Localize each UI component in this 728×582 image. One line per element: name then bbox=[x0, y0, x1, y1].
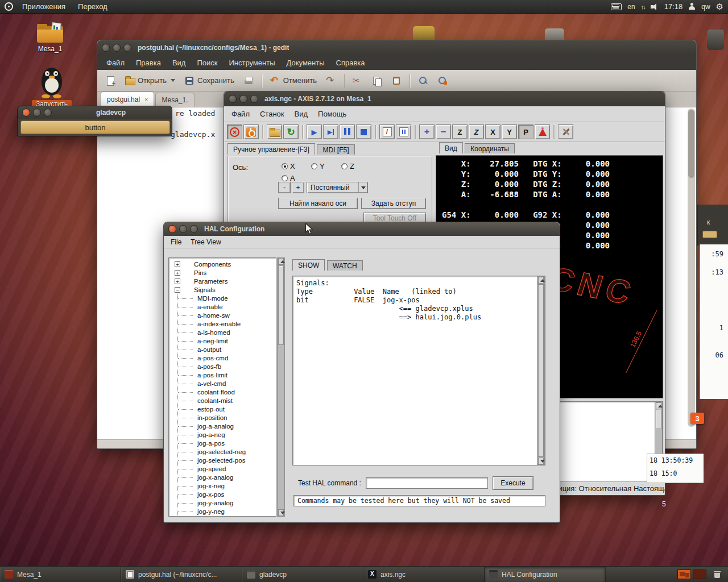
zoom-in-button[interactable] bbox=[419, 124, 435, 139]
scrollbar-thumb[interactable] bbox=[688, 110, 694, 178]
gladevcp-button[interactable]: button bbox=[20, 120, 170, 134]
taskbar-item[interactable]: axis.ngc bbox=[363, 567, 485, 582]
axis-titlebar[interactable]: axis.ngc - AXIS 2.7.12 on Mesa_1 bbox=[224, 92, 665, 106]
run-button[interactable] bbox=[307, 124, 322, 139]
open-button[interactable]: Открыть bbox=[121, 73, 179, 88]
tab-mdi[interactable]: MDI [F5] bbox=[317, 144, 354, 155]
menu-item[interactable]: Инструменты bbox=[223, 56, 280, 69]
tree-scrollbar[interactable] bbox=[277, 257, 285, 517]
background-terminal-timestamps[interactable]: 18 13:50:39 18 15:0 bbox=[647, 454, 704, 483]
keyboard-layout-label[interactable]: en bbox=[627, 3, 635, 11]
expand-icon[interactable]: + bbox=[175, 261, 180, 267]
tree-node-signal[interactable]: a-is-homed bbox=[178, 329, 276, 337]
tree-node-signal[interactable]: a-enable bbox=[178, 303, 276, 311]
tab-dro[interactable]: Координаты bbox=[465, 143, 515, 153]
menu-item[interactable]: Файл bbox=[226, 107, 255, 121]
tree-node-signals[interactable]: −Signals bbox=[171, 286, 276, 294]
view-side-button[interactable]: X bbox=[485, 124, 500, 139]
background-terminal-fragment[interactable]: :59:13106 bbox=[700, 244, 728, 399]
close-button[interactable] bbox=[229, 95, 237, 103]
tree-node-signal[interactable]: a-pos-cmd bbox=[178, 354, 276, 363]
tree-node-signal[interactable]: jog-a-analog bbox=[178, 422, 276, 431]
taskbar-item[interactable]: Mesa_1 bbox=[0, 567, 121, 582]
workspace-switcher[interactable] bbox=[674, 567, 710, 582]
menu-item[interactable]: Станок bbox=[255, 107, 289, 121]
tree-node-signal[interactable]: coolant-mist bbox=[178, 397, 276, 405]
ubuntu-logo-icon[interactable] bbox=[5, 2, 13, 11]
desktop-icon-partial-3[interactable] bbox=[707, 30, 724, 50]
zoom-out-button[interactable] bbox=[436, 124, 451, 139]
tree-node-signal[interactable]: jog-selected-neg bbox=[178, 448, 276, 456]
tree-node-signal[interactable]: a-home-sw bbox=[178, 311, 276, 320]
maximize-button[interactable] bbox=[123, 44, 131, 52]
tree-node-signal[interactable]: in-position bbox=[178, 414, 276, 422]
tab-preview[interactable]: Вид bbox=[439, 142, 463, 153]
step-button[interactable] bbox=[323, 124, 338, 139]
tree-node-signal[interactable]: a-pos-limit bbox=[178, 371, 276, 380]
menu-item[interactable]: File bbox=[166, 236, 186, 248]
clock[interactable]: 17:18 bbox=[664, 2, 683, 11]
menu-item[interactable]: Справка bbox=[330, 56, 371, 69]
tree-node-signal[interactable]: jog-x-pos bbox=[178, 490, 276, 499]
machine-power-button[interactable] bbox=[243, 124, 259, 139]
minimize-button[interactable] bbox=[113, 44, 121, 52]
axis-radio-a[interactable]: A bbox=[282, 174, 295, 182]
copy-button[interactable] bbox=[369, 73, 386, 88]
new-document-button[interactable] bbox=[102, 73, 119, 88]
gladevcp-titlebar[interactable]: gladevcp bbox=[18, 106, 172, 119]
background-window-fragment[interactable]: к bbox=[697, 205, 728, 246]
tree-node-parameters[interactable]: +Parameters bbox=[171, 277, 276, 286]
redo-button[interactable] bbox=[322, 73, 340, 88]
menu-item[interactable]: Помощь bbox=[313, 107, 351, 121]
axis-radio-y[interactable]: Y bbox=[311, 162, 325, 171]
tree-node-signal[interactable]: estop-out bbox=[178, 405, 276, 414]
hal-output[interactable]: Signals:Type Value Name (linked to)bit F… bbox=[292, 276, 545, 465]
scroll-down-icon[interactable] bbox=[538, 458, 544, 464]
machine-settings-button[interactable] bbox=[558, 124, 573, 139]
print-button[interactable] bbox=[240, 73, 257, 88]
view-rotated-top-button[interactable]: Z bbox=[469, 124, 484, 139]
minimize-button[interactable] bbox=[179, 225, 187, 233]
view-top-button[interactable]: Z bbox=[452, 124, 468, 139]
taskbar-item[interactable]: HAL Configuration bbox=[485, 567, 606, 582]
close-button[interactable] bbox=[168, 225, 176, 233]
axis-radio-x[interactable]: X bbox=[282, 162, 295, 171]
network-arrows-icon[interactable] bbox=[641, 2, 645, 11]
tab-manual-control[interactable]: Ручное управление-[F3] bbox=[228, 143, 315, 155]
workspace-1[interactable] bbox=[677, 569, 691, 579]
menu-item[interactable]: Вид bbox=[289, 107, 313, 121]
expand-icon[interactable]: + bbox=[175, 278, 180, 284]
test-command-input[interactable] bbox=[366, 477, 488, 489]
tab-show[interactable]: SHOW bbox=[292, 259, 325, 271]
volume-icon[interactable] bbox=[651, 3, 659, 10]
scrollbar-thumb[interactable] bbox=[538, 284, 544, 457]
tree-node-signal[interactable]: MDI-mode bbox=[178, 294, 276, 303]
home-axis-button[interactable]: Найти начало оси bbox=[278, 198, 358, 209]
tab-mesa1[interactable]: Mesa_1. bbox=[155, 93, 194, 107]
tree-node-signal[interactable]: a-pos-fb bbox=[178, 363, 276, 371]
tab-postgui-hal[interactable]: postgui.hal× bbox=[101, 92, 154, 107]
collapse-icon[interactable]: − bbox=[175, 287, 180, 293]
maximize-button[interactable] bbox=[250, 95, 258, 103]
keyboard-indicator-icon[interactable] bbox=[611, 3, 622, 10]
tree-node-signal[interactable]: jog-speed bbox=[178, 465, 276, 473]
taskbar-item[interactable]: postgui.hal (~/linuxcnc/c... bbox=[121, 567, 242, 582]
minimize-button[interactable] bbox=[33, 109, 41, 117]
session-gear-icon[interactable] bbox=[716, 2, 723, 12]
tree-node-signal[interactable]: jog-selected-pos bbox=[178, 456, 276, 465]
tree-node-pins[interactable]: +Pins bbox=[171, 269, 276, 277]
menu-item[interactable]: Правка bbox=[130, 56, 167, 69]
view-perspective-button[interactable]: P bbox=[518, 124, 533, 139]
scrollbar[interactable] bbox=[688, 109, 695, 427]
user-icon[interactable] bbox=[688, 3, 696, 10]
taskbar-item[interactable]: gladevcp bbox=[242, 567, 363, 582]
axis-radio-z[interactable]: Z bbox=[341, 162, 354, 171]
skip-lines-toggle[interactable] bbox=[379, 124, 395, 139]
places-menu[interactable]: Переход bbox=[75, 1, 111, 12]
find-button[interactable] bbox=[415, 73, 432, 88]
tree-node-signal[interactable]: a-vel-cmd bbox=[178, 380, 276, 388]
execute-button[interactable]: Execute bbox=[493, 476, 533, 490]
desktop-icon-mesa1[interactable]: Mesa_1 bbox=[33, 23, 67, 53]
trash-icon[interactable] bbox=[710, 567, 725, 582]
paste-button[interactable] bbox=[388, 73, 405, 88]
